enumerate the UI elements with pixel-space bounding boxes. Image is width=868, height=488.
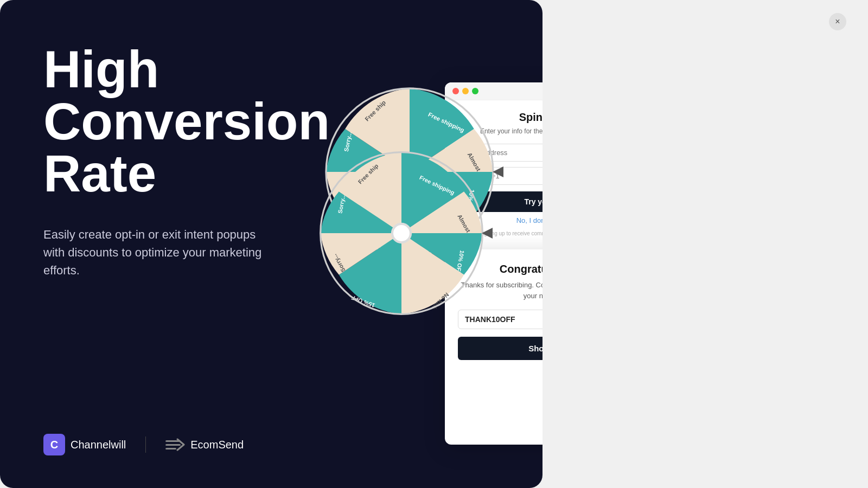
shop-now-button[interactable]: Shop now bbox=[458, 337, 542, 360]
wheel-arrow-top bbox=[493, 166, 503, 177]
left-panel: High Conversion Rate Easily create opt-i… bbox=[0, 0, 542, 488]
svg-rect-23 bbox=[165, 444, 181, 446]
hero-subtitle: Easily create opt-in or exit intent popu… bbox=[43, 226, 271, 279]
channelwill-name: Channelwill bbox=[71, 439, 126, 451]
right-panel: × bbox=[542, 0, 868, 488]
ecomsend-icon bbox=[165, 435, 185, 454]
brand-logos: C Channelwill EcomSend bbox=[43, 434, 244, 455]
channelwill-brand: C Channelwill bbox=[43, 434, 126, 455]
wheel-svg-bottom: Free shipping Almost 10% OFF No luck 15%… bbox=[315, 146, 488, 320]
channelwill-icon: C bbox=[43, 434, 65, 455]
close-button[interactable]: × bbox=[829, 13, 846, 30]
close-icon: × bbox=[835, 17, 840, 27]
spin-wheel-bottom: Free shipping Almost 10% OFF No luck 15%… bbox=[315, 146, 488, 320]
svg-rect-24 bbox=[165, 448, 176, 450]
svg-point-20 bbox=[393, 225, 410, 241]
wheel-arrow-bottom bbox=[482, 228, 493, 239]
ecomsend-name: EcomSend bbox=[190, 439, 244, 451]
brand-divider bbox=[145, 436, 146, 453]
ecomsend-brand: EcomSend bbox=[165, 435, 244, 454]
